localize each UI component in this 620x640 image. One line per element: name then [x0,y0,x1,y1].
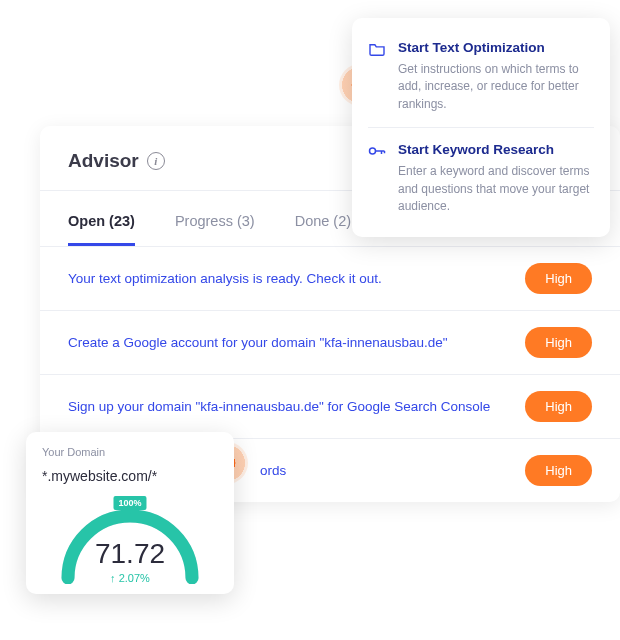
priority-pill[interactable]: High [525,391,592,422]
task-link[interactable]: Create a Google account for your domain … [68,335,525,350]
gauge-badge: 100% [113,496,146,510]
task-row: Your text optimization analysis is ready… [40,246,620,310]
folder-icon [368,42,386,113]
info-icon[interactable]: i [147,152,165,170]
gauge-value: 71.72 [46,538,214,570]
popup-item-desc: Get instructions on which terms to add, … [398,61,594,113]
priority-pill[interactable]: High [525,263,592,294]
task-link[interactable]: Your text optimization analysis is ready… [68,271,525,286]
arrow-up-icon: ↑ [110,572,116,584]
tab-done[interactable]: Done (2) [295,213,351,246]
popup-item-body: Start Keyword Research Enter a keyword a… [398,142,594,215]
gauge-delta: ↑ 2.07% [46,572,214,584]
tab-open[interactable]: Open (23) [68,213,135,246]
popup-item-title: Start Keyword Research [398,142,594,157]
domain-card: Your Domain *.mywebsite.com/* 100% 71.72… [26,432,234,594]
gauge-delta-value: 2.07% [119,572,150,584]
actions-popup: Start Text Optimization Get instructions… [352,18,610,237]
popup-item-text-optimization[interactable]: Start Text Optimization Get instructions… [368,32,594,121]
popup-item-keyword-research[interactable]: Start Keyword Research Enter a keyword a… [368,127,594,223]
domain-label: Your Domain [42,446,218,458]
domain-value: *.mywebsite.com/* [42,468,218,484]
tab-progress[interactable]: Progress (3) [175,213,255,246]
popup-item-desc: Enter a keyword and discover terms and q… [398,163,594,215]
key-icon [368,144,386,215]
svg-point-0 [370,148,376,154]
popup-item-body: Start Text Optimization Get instructions… [398,40,594,113]
task-link[interactable]: Sign up your domain "kfa-innenausbau.de"… [68,399,525,414]
priority-pill[interactable]: High [525,327,592,358]
task-row: Create a Google account for your domain … [40,310,620,374]
gauge: 100% 71.72 ↑ 2.07% [46,490,214,584]
priority-pill[interactable]: High [525,455,592,486]
task-row: Sign up your domain "kfa-innenausbau.de"… [40,374,620,438]
popup-item-title: Start Text Optimization [398,40,594,55]
advisor-title: Advisor [68,150,139,172]
